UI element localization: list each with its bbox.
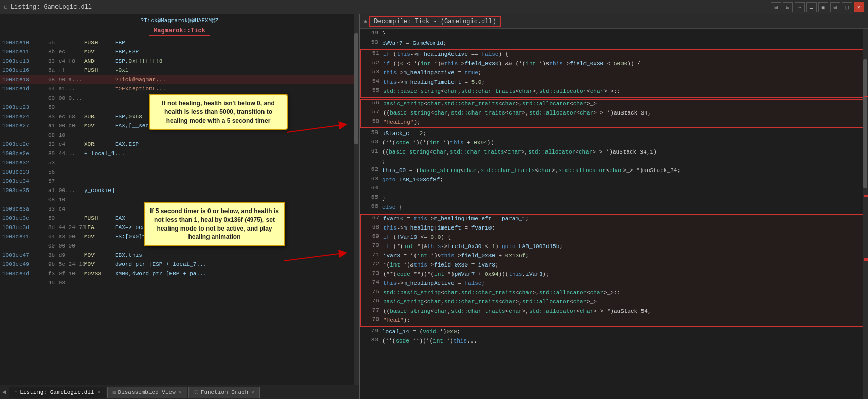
- dc-line-63: 63 goto LAB_1003cf8f;: [360, 176, 868, 185]
- dc-line-65: 65 }: [360, 194, 868, 203]
- asm-line-3: 1003ce13 83 e4 f8 AND ESP,0xfffffff8: [0, 56, 359, 66]
- scroll-tick-2: [864, 195, 868, 197]
- asm-line-15: 1003ce33 56: [0, 167, 359, 177]
- listing-code-area[interactable]: ?Tick@Magmarok@@UAEXM@Z Magmarok::Tick 1…: [0, 14, 359, 385]
- func-name-text: Magmarok::Tick: [154, 27, 205, 34]
- dc-line-67: 67 fVar10 = this->m_healingTimeLeft - pa…: [361, 215, 867, 224]
- left-scrollbar[interactable]: [354, 14, 359, 385]
- tab-disassembled[interactable]: ⊞ Disassembled View ✕: [107, 387, 187, 398]
- asm-line-6: 1003ce1d 64 a1... =>ExceptionL...: [0, 84, 359, 93]
- tab-disassembled-icon: ⊞: [113, 389, 116, 395]
- tab-function-graph-icon: ⬡: [194, 389, 199, 395]
- asm-line-14: 1003ce32 53: [0, 158, 359, 167]
- right-panel: ⊞ Decompile: Tick - (GameLogic.dll) 49 }…: [360, 14, 868, 399]
- dc-line-53: 53 this->m_healingActive = true;: [361, 69, 867, 78]
- dc-line-61: 61 ((basic_string<char,std::char_traits<…: [360, 148, 868, 157]
- annotation-text-1: If not healing, health isn't below 0, an…: [162, 100, 275, 124]
- asm-line-4: 1003ce16 6a ff PUSH -0x1: [0, 66, 359, 75]
- asm-line-2: 1003ce11 8b ec MOV EBP,ESP: [0, 47, 359, 56]
- toolbar-btn-4[interactable]: ⊏: [806, 2, 817, 12]
- left-scrollbar-thumb: [354, 33, 358, 144]
- dc-line-49: 49 }: [360, 30, 868, 39]
- dc-line-69: 69 if (fVar10 <= 0.0) {: [361, 233, 867, 242]
- dc-line-79: 79 local_14 = (void *)0x0;: [360, 328, 868, 337]
- red-block-3: 67 fVar10 = this->m_healingTimeLeft - pa…: [360, 214, 868, 327]
- listing-content: ?Tick@Magmarok@@UAEXM@Z Magmarok::Tick 1…: [0, 14, 359, 289]
- toolbar-btn-5[interactable]: ▣: [818, 2, 828, 12]
- dc-line-57: 57 ((basic_string<char,std::char_traits<…: [361, 109, 867, 118]
- tab-listing-label: Listing: GameLogic.dll: [20, 389, 94, 395]
- tab-listing-close[interactable]: ✕: [97, 389, 100, 395]
- tab-function-graph-close[interactable]: ✕: [251, 389, 254, 395]
- dc-line-70: 70 if (*(int *)&this->field_0x30 < 1) go…: [361, 242, 867, 252]
- dc-line-66: 66 else {: [360, 203, 868, 213]
- right-scrollbar-thumb: [863, 59, 867, 188]
- dc-line-72: 72 *(int *)&this->field_0x30 = iVar3;: [361, 261, 867, 270]
- svg-line-0: [287, 125, 343, 132]
- tab-function-graph-label: Function Graph: [201, 389, 248, 395]
- asm-line-17: 1003ce35 a1 00... y_cookie]: [0, 186, 359, 195]
- red-block-2: 56 basic_string<char,std::char_traits<ch…: [360, 99, 868, 128]
- asm-line-13: 1003ce2e 89 44... + local_1...: [0, 149, 359, 158]
- dc-line-58: 58 "Healing");: [361, 118, 867, 127]
- dc-line-74: 74 this->m_healingActive = false;: [361, 279, 867, 289]
- dc-line-50: 50 pWVar7 = GameWorld;: [360, 39, 868, 48]
- asm-line-5: 1003ce18 68 90 a... ?Tick@Magmar...: [0, 75, 359, 84]
- dc-line-71: 71 iVar3 = *(int *)&this->field_0x30 + 0…: [361, 252, 867, 261]
- dc-line-54: 54 this->m_healingTimeLeft = 5.0;: [361, 78, 867, 87]
- dc-line-52: 52 if ((0 < *(int *)&this->field_0x30) &…: [361, 60, 867, 69]
- dc-line-77: 77 ((basic_string<char,std::char_traits<…: [361, 307, 867, 316]
- annotation-box-1: If not healing, health isn't below 0, an…: [149, 94, 288, 130]
- asm-line-1: 1003ce10 55 PUSH EBP: [0, 38, 359, 47]
- left-arrow-icon: ◀: [2, 388, 6, 396]
- func-name-label: Magmarok::Tick: [149, 26, 210, 36]
- decompile-title-icon: ⊞: [364, 17, 367, 25]
- dc-line-75: 75 std::basic_string<char,std::char_trai…: [361, 289, 867, 298]
- left-panel: ?Tick@Magmarok@@UAEXM@Z Magmarok::Tick 1…: [0, 14, 360, 399]
- dc-line-60: 60 (**(code *)(*(int *)this + 0x94)): [360, 139, 868, 148]
- toolbar-btn-2[interactable]: ⊟: [783, 2, 793, 12]
- dc-line-78: 78 "Heal");: [361, 316, 867, 326]
- dc-line-62: 62 this_00 = (basic_string<char,std::cha…: [360, 166, 868, 176]
- arrow-1: [287, 122, 353, 145]
- main-container: ?Tick@Magmarok@@UAEXM@Z Magmarok::Tick 1…: [0, 14, 868, 399]
- func-name-box: Magmarok::Tick: [41, 26, 318, 36]
- right-scrollbar[interactable]: [863, 29, 868, 399]
- asm-line-16: 1003ce34 57: [0, 177, 359, 186]
- annotation-text-2: If 5 second timer is 0 or below, and hea…: [150, 207, 279, 240]
- tab-disassembled-label: Disassembled View: [118, 389, 176, 395]
- dc-line-68: 68 this->m_healingTimeLeft = fVar10;: [361, 224, 867, 233]
- func-ref-line: ?Tick@Magmarok@@UAEXM@Z: [0, 15, 359, 25]
- toolbar-btn-1[interactable]: ⊞: [771, 2, 781, 12]
- dc-line-55: 55 std::basic_string<char,std::char_trai…: [361, 87, 867, 97]
- dc-line-51: 51 if (this->m_healingActive == false) {: [361, 50, 867, 60]
- svg-line-1: [284, 253, 343, 261]
- decompile-title-box: Decompile: Tick - (GameLogic.dll): [369, 16, 501, 27]
- dc-line-64: 64: [360, 185, 868, 194]
- red-block-1: 51 if (this->m_healingActive == false) {…: [360, 49, 868, 98]
- tab-listing-icon: ≡: [14, 390, 17, 395]
- title-icon: ⊞: [4, 4, 8, 10]
- dc-line-cont: ;: [360, 157, 868, 166]
- toolbar-btn-3[interactable]: →: [795, 2, 805, 12]
- annotation-box-2: If 5 second timer is 0 or below, and hea…: [144, 202, 285, 246]
- decompile-title-text: Decompile: Tick - (GameLogic.dll): [374, 18, 496, 25]
- tab-listing[interactable]: ≡ Listing: GameLogic.dll ✕: [9, 387, 106, 398]
- func-at-label: ?Tick@Magmarok@@UAEXM@Z: [141, 17, 219, 24]
- arrow-2: [284, 251, 356, 273]
- tab-disassembled-close[interactable]: ✕: [179, 389, 182, 395]
- listing-title: Listing: GameLogic.dll: [11, 4, 92, 11]
- dc-line-76: 76 basic_string<char,std::char_traits<ch…: [361, 298, 867, 307]
- tab-function-graph[interactable]: ⬡ Function Graph ✕: [188, 387, 260, 398]
- dc-line-80: 80 (**(code **)(*(int *)this...: [360, 337, 868, 346]
- decompile-content[interactable]: 49 } 50 pWVar7 = GameWorld; 51 if (this-…: [360, 29, 868, 399]
- toolbar-btn-7[interactable]: ◫: [842, 2, 852, 12]
- scroll-tick-3: [864, 258, 868, 261]
- toolbar-btn-close[interactable]: ✕: [854, 2, 864, 12]
- toolbar-btn-6[interactable]: ⊞: [830, 2, 840, 12]
- bottom-tabs-bar: ◀ ≡ Listing: GameLogic.dll ✕ ⊞ Disassemb…: [0, 385, 359, 399]
- asm-line-27: 45 08: [0, 278, 359, 288]
- main-title-bar: ⊞ Listing: GameLogic.dll ⊞ ⊟ → ⊏ ▣ ⊞ ◫ ✕: [0, 0, 868, 14]
- dc-line-59: 59 uStack_c = 2;: [360, 129, 868, 139]
- dc-line-73: 73 (**(code **)(*(int *)pWVar7 + 0x94))(…: [361, 270, 867, 279]
